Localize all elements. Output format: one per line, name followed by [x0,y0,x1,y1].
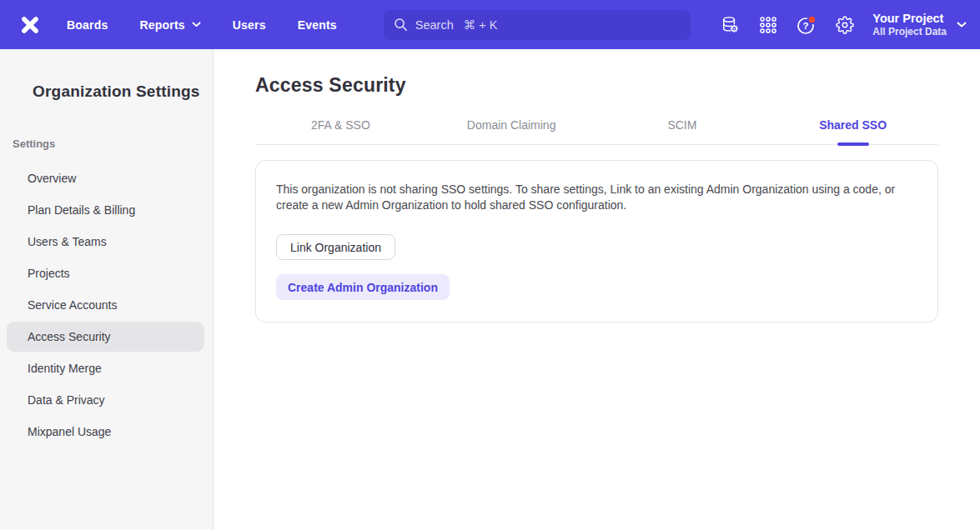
sidebar-item-label: Data & Privacy [28,393,105,407]
main-content: Access Security 2FA & SSO Domain Claimin… [214,49,980,530]
notification-dot [808,15,816,22]
nav-item-users[interactable]: Users [233,18,266,32]
mixpanel-logo-icon [18,12,43,38]
settings-gear-icon [836,16,854,34]
sidebar-item-access-security[interactable]: Access Security [7,322,204,352]
project-switcher[interactable]: Your Project All Project Data [872,11,967,38]
sidebar-section-label: Settings [0,138,213,150]
sidebar-item-data-privacy[interactable]: Data & Privacy [7,385,204,415]
app-shell: Organization Settings Settings Overview … [0,49,980,530]
nav-item-events[interactable]: Events [298,18,337,32]
settings-button[interactable] [826,8,864,42]
sidebar-item-identity-merge[interactable]: Identity Merge [7,353,204,383]
data-management-icon [721,15,740,34]
link-organization-button[interactable]: Link Organization [276,234,395,260]
search-icon [394,18,408,32]
sidebar-item-label: Identity Merge [28,362,102,375]
tab-bar: 2FA & SSO Domain Claiming SCIM Shared SS… [255,118,938,145]
project-subtitle: All Project Data [872,26,947,38]
top-nav-actions: ? Your Project All Project Data [711,8,967,42]
search-input[interactable]: Search ⌘ + K [384,10,691,40]
nav-item-label: Reports [139,18,184,32]
help-icon: ? [796,14,817,36]
shared-sso-description: This organization is not sharing SSO set… [276,182,915,213]
tab-label: Domain Claiming [467,118,556,132]
chevron-down-icon [957,22,967,28]
project-name: Your Project [872,11,947,26]
sidebar-item-projects[interactable]: Projects [7,258,204,288]
tab-scim[interactable]: SCIM [597,118,768,144]
sidebar-item-service-accounts[interactable]: Service Accounts [7,290,204,320]
nav-item-label: Users [233,18,266,32]
sidebar-item-label: Mixpanel Usage [28,425,111,438]
data-management-button[interactable] [711,8,749,42]
sidebar-item-label: Service Accounts [28,298,117,312]
sidebar-item-users-teams[interactable]: Users & Teams [7,227,204,257]
create-admin-organization-button[interactable]: Create Admin Organization [276,274,450,300]
primary-nav: Boards Reports Users Events [67,18,337,32]
tab-2fa-sso[interactable]: 2FA & SSO [255,118,426,144]
sidebar-item-plan-details-billing[interactable]: Plan Details & Billing [7,195,204,225]
tab-label: 2FA & SSO [311,118,370,132]
chevron-down-icon [192,22,201,28]
top-nav: Boards Reports Users Events Search ⌘ + K [0,0,980,49]
sidebar-item-label: Plan Details & Billing [28,203,135,217]
nav-item-boards[interactable]: Boards [67,18,108,32]
nav-item-reports[interactable]: Reports [139,18,200,32]
svg-text:?: ? [803,21,809,31]
project-meta: Your Project All Project Data [872,11,947,38]
sidebar-item-mixpanel-usage[interactable]: Mixpanel Usage [7,417,204,447]
nav-item-label: Boards [67,18,108,32]
tab-shared-sso[interactable]: Shared SSO [767,118,938,144]
page-title: Access Security [255,74,938,97]
sidebar-item-label: Access Security [28,330,111,343]
nav-item-label: Events [298,18,337,32]
card-actions: Link Organization Create Admin Organizat… [276,234,917,300]
search-shortcut-hint: ⌘ + K [464,18,498,32]
help-button[interactable]: ? [787,8,826,42]
apps-grid-icon [759,16,777,34]
sidebar-item-label: Users & Teams [28,235,107,248]
sidebar-item-overview[interactable]: Overview [7,163,204,193]
sidebar-item-label: Overview [28,172,76,185]
search-placeholder: Search [415,18,454,32]
sidebar-item-label: Projects [28,267,70,280]
sidebar-nav-list: Overview Plan Details & Billing Users & … [0,163,213,447]
sidebar-title: Organization Settings [0,82,213,101]
mixpanel-logo[interactable] [13,8,47,42]
apps-grid-button[interactable] [749,8,787,42]
shared-sso-card: This organization is not sharing SSO set… [255,160,938,322]
tab-label: Shared SSO [819,118,887,132]
tab-label: SCIM [667,118,696,132]
settings-sidebar: Organization Settings Settings Overview … [0,49,214,530]
tab-domain-claiming[interactable]: Domain Claiming [426,118,597,144]
